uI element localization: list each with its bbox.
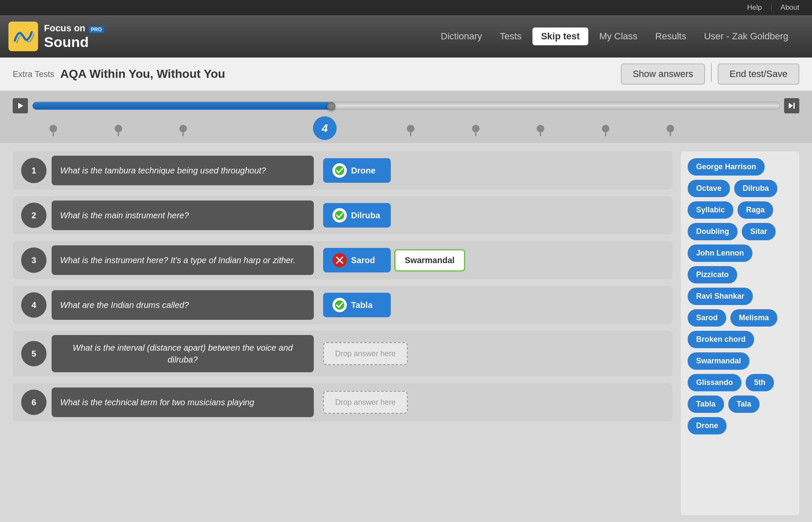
svg-point-8 (472, 125, 480, 132)
table-row: 5 What is the interval (distance apart) … (13, 331, 672, 376)
q-number-3: 3 (21, 247, 47, 273)
check-icon-4 (332, 298, 347, 312)
x-icon-3 (332, 253, 347, 267)
answer-slot-5: Drop answer here (323, 342, 408, 365)
drop-zone-6[interactable]: Drop answer here (323, 391, 408, 414)
answer-chip[interactable]: Tabla (688, 396, 724, 413)
play-button[interactable] (13, 98, 28, 113)
chips-container: George HarrisonOctaveDilrubaSyllabicRaga… (688, 158, 793, 434)
answer-wrong-3: Sarod (323, 248, 391, 272)
table-row: 1 What is the tambura technique being us… (13, 151, 672, 190)
answer-chip[interactable]: Raga (738, 201, 773, 219)
answer-slot-6: Drop answer here (323, 391, 408, 414)
progress-thumb[interactable] (327, 102, 335, 110)
nav-skip-test[interactable]: Skip test (532, 27, 588, 45)
marker-3[interactable] (178, 124, 188, 136)
svg-point-10 (602, 125, 609, 132)
test-title: AQA Within You, Without You (60, 67, 225, 81)
table-row: 6 What is the technical term for two mus… (13, 383, 672, 421)
svg-point-9 (537, 125, 544, 132)
answer-slot-2: Dilruba (323, 203, 391, 228)
table-row: 3 What is the instrument here? It's a ty… (13, 241, 672, 279)
svg-point-7 (407, 125, 414, 132)
marker-8[interactable] (601, 124, 610, 136)
answer-chip[interactable]: John Lennon (688, 245, 752, 262)
answer-chip[interactable]: Tala (728, 396, 760, 413)
answer-slot-1: Drone (323, 158, 391, 183)
answer-correct-1: Drone (323, 158, 391, 183)
skip-end-button[interactable] (784, 98, 799, 113)
answer-chip[interactable]: Dilruba (734, 180, 777, 197)
nav-user[interactable]: User - Zak Goldberg (697, 28, 795, 44)
q-text-box-2: What is the main instrument here? (52, 201, 314, 230)
q-number-1: 1 (21, 158, 47, 183)
progress-track[interactable] (32, 102, 780, 110)
q-text-box-3: What is the instrument here? It's a type… (52, 245, 314, 275)
svg-rect-3 (793, 103, 795, 109)
marker-4-active[interactable]: 4 (313, 121, 337, 140)
q-text-box-1: What is the tambura technique being used… (52, 156, 314, 185)
marker-9[interactable] (666, 124, 675, 136)
drop-zone-5[interactable]: Drop answer here (323, 342, 408, 365)
answer-chip[interactable]: George Harrison (688, 158, 765, 176)
q-number-4: 4 (21, 292, 47, 318)
marker-2[interactable] (114, 124, 123, 136)
marker-7[interactable] (536, 124, 545, 136)
svg-point-5 (115, 125, 122, 132)
answer-correct-2: Dilruba (323, 203, 391, 228)
main-nav: Dictionary Tests Skip test My Class Resu… (434, 27, 795, 45)
table-row: 4 What are the Indian drums called? Tabl… (13, 286, 672, 324)
answer-chip[interactable]: Swarmandal (688, 352, 749, 370)
help-link[interactable]: Help (747, 3, 762, 12)
answer-chip[interactable]: Syllabic (688, 201, 733, 219)
nav-results[interactable]: Results (648, 28, 693, 44)
subheader: Extra Tests AQA Within You, Without You … (0, 58, 812, 91)
correct-answer-3: Swarmandal (394, 249, 465, 272)
q-number-6: 6 (21, 390, 47, 415)
answer-chip[interactable]: Broken chord (688, 331, 754, 348)
answer-chip[interactable]: Ravi Shankar (688, 288, 753, 305)
answer-chip[interactable]: Pizzicato (688, 266, 737, 283)
answer-chip[interactable]: Sarod (688, 309, 726, 327)
svg-marker-2 (789, 103, 793, 109)
answer-chip[interactable]: Sitar (742, 223, 776, 240)
audio-player (0, 91, 812, 118)
subheader-actions: Show answers End test/Save (621, 63, 799, 85)
answer-slot-3: Sarod Swarmandal (323, 248, 465, 272)
marker-1[interactable] (49, 124, 58, 136)
check-icon-1 (332, 163, 347, 178)
svg-point-11 (667, 125, 674, 132)
q-text-box-4: What are the Indian drums called? (52, 290, 314, 320)
about-link[interactable]: About (781, 3, 799, 12)
answer-chip[interactable]: Drone (688, 417, 727, 434)
answer-chip[interactable]: Melisma (730, 309, 777, 327)
answer-chip[interactable]: Doubling (688, 223, 738, 240)
main-content: 1 What is the tambura technique being us… (0, 143, 812, 522)
logo-text: Focus on PRO Sound (44, 23, 104, 50)
svg-marker-1 (18, 103, 23, 109)
check-icon-2 (332, 208, 347, 223)
logo-icon (8, 22, 38, 51)
q-number-2: 2 (21, 203, 47, 228)
nav-dictionary[interactable]: Dictionary (434, 28, 489, 44)
q-text-box-6: What is the technical term for two music… (52, 387, 314, 417)
answers-panel: George HarrisonOctaveDilrubaSyllabicRaga… (681, 151, 799, 515)
nav-my-class[interactable]: My Class (593, 28, 644, 44)
end-test-button[interactable]: End test/Save (718, 63, 799, 85)
svg-point-6 (179, 125, 187, 132)
answer-chip[interactable]: Octave (688, 180, 730, 197)
extra-tests-label: Extra Tests (13, 69, 55, 79)
q-number-5: 5 (21, 341, 47, 366)
nav-tests[interactable]: Tests (493, 28, 528, 44)
logo: Focus on PRO Sound (8, 22, 104, 51)
answer-chip[interactable]: 5th (746, 374, 774, 391)
markers-row: 4 (0, 118, 812, 143)
marker-5[interactable] (406, 124, 415, 136)
svg-point-4 (49, 125, 57, 132)
table-row: 2 What is the main instrument here? Dilr… (13, 196, 672, 234)
questions-area: 1 What is the tambura technique being us… (13, 151, 672, 515)
marker-6[interactable] (471, 124, 480, 136)
answer-chip[interactable]: Glissando (688, 374, 741, 391)
show-answers-button[interactable]: Show answers (621, 63, 705, 85)
q-text-box-5: What is the interval (distance apart) be… (52, 335, 314, 372)
